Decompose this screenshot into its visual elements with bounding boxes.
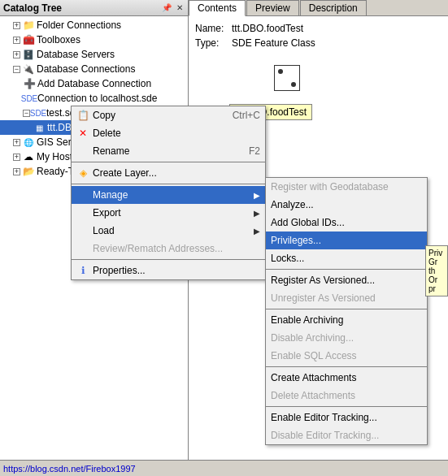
properties-icon: ℹ <box>76 264 89 277</box>
create-layer-label: Create Layer... <box>93 167 260 179</box>
add-global-ids-label: Add Global IDs... <box>271 217 422 228</box>
priv-line5: pr <box>428 284 445 293</box>
expand-icon: + <box>13 51 20 58</box>
manage-label: Manage <box>93 189 254 201</box>
tab-description[interactable]: Description <box>300 0 367 15</box>
menu-item-disable-editor-tracking: Disable Editor Tracking... <box>266 426 427 444</box>
folder-connections-label: Folder Connections <box>37 19 121 31</box>
menu-item-analyze[interactable]: Analyze... <box>266 196 427 214</box>
menu-item-properties[interactable]: ℹ Properties... <box>72 262 265 279</box>
copy-shortcut: Ctrl+C <box>233 110 260 121</box>
type-row: Type: SDE Feature Class <box>195 37 441 49</box>
analyze-label: Analyze... <box>271 199 422 210</box>
feature-icon <box>274 65 300 91</box>
menu-item-rename[interactable]: Rename F2 <box>72 142 265 160</box>
sidebar-item-database-servers[interactable]: + 🗄️ Database Servers <box>0 47 188 62</box>
add-db-connection-label: Add Database Connection <box>37 78 151 89</box>
catalog-tree-title: Catalog Tree <box>3 2 62 14</box>
toolboxes-label: Toolboxes <box>37 34 80 45</box>
menu-item-enable-sql: Enable SQL Access <box>266 347 427 365</box>
tab-preview[interactable]: Preview <box>246 0 299 15</box>
manage-icon <box>76 188 89 201</box>
load-arrow: ▶ <box>254 227 260 236</box>
database-servers-icon: 🗄️ <box>22 48 35 61</box>
load-label: Load <box>93 225 254 236</box>
export-icon <box>76 206 89 219</box>
menu-item-load[interactable]: Load ▶ <box>72 222 265 240</box>
separator2 <box>72 184 265 184</box>
separator-r4 <box>266 406 427 407</box>
export-label: Export <box>93 207 254 219</box>
menu-item-copy[interactable]: 📋 Copy Ctrl+C <box>72 106 265 124</box>
properties-label: Properties... <box>93 265 260 276</box>
sidebar-item-folder-connections[interactable]: + 📁 Folder Connections <box>0 18 188 32</box>
menu-item-register-versioned[interactable]: Register As Versioned... <box>266 271 427 289</box>
separator-r1 <box>266 269 427 270</box>
menu-item-privileges[interactable]: Privileges... <box>266 232 427 249</box>
sidebar-item-toolboxes[interactable]: + 🧰 Toolboxes <box>0 32 188 47</box>
priv-line3: th <box>428 266 445 275</box>
expand-icon: + <box>13 168 20 175</box>
menu-item-disable-archiving: Disable Archiving... <box>266 329 427 347</box>
disable-editor-tracking-label: Disable Editor Tracking... <box>271 430 422 441</box>
separator1 <box>72 162 265 162</box>
menu-item-add-global-ids[interactable]: Add Global IDs... <box>266 214 427 232</box>
menu-item-locks[interactable]: Locks... <box>266 249 427 267</box>
tab-contents[interactable]: Contents <box>189 0 246 16</box>
close-panel-button[interactable]: ✕ <box>175 3 185 12</box>
priv-line4: Or <box>428 275 445 284</box>
create-attachments-label: Create Attachments <box>271 372 422 383</box>
review-label: Review/Rematch Addresses... <box>93 243 260 254</box>
pin-button[interactable]: 📌 <box>160 3 173 12</box>
disable-archiving-label: Disable Archiving... <box>271 332 422 344</box>
menu-item-enable-archiving[interactable]: Enable Archiving <box>266 311 427 329</box>
database-servers-label: Database Servers <box>37 49 115 60</box>
menu-item-delete-attachments: Delete Attachments <box>266 387 427 405</box>
status-bar: https://blog.csdn.net/Firebox1997 <box>0 460 448 476</box>
context-menu-left: 📋 Copy Ctrl+C ✕ Delete Rename F2 ◈ Creat… <box>71 106 266 280</box>
menu-item-export[interactable]: Export ▶ <box>72 204 265 222</box>
load-icon <box>76 224 89 237</box>
name-row: Name: ttt.DBO.foodTest <box>195 23 441 34</box>
context-menu-right: Register with Geodatabase Analyze... Add… <box>265 177 428 445</box>
separator-r2 <box>266 309 427 309</box>
rename-icon <box>76 145 89 158</box>
sidebar-item-database-connections[interactable]: − 🔌 Database Connections <box>0 62 188 76</box>
catalog-tree-header: Catalog Tree 📌 ✕ <box>0 0 188 16</box>
expand-icon: + <box>13 154 20 161</box>
database-connections-icon: 🔌 <box>22 63 35 76</box>
copy-icon: 📋 <box>76 109 89 122</box>
delete-label: Delete <box>93 128 260 139</box>
menu-item-enable-editor-tracking[interactable]: Enable Editor Tracking... <box>266 409 427 426</box>
copy-label: Copy <box>93 110 216 121</box>
gis-icon: 🌐 <box>22 136 35 149</box>
sde-icon2: SDE <box>32 106 45 119</box>
menu-item-delete[interactable]: ✕ Delete <box>72 124 265 142</box>
separator-r3 <box>266 366 427 367</box>
name-value: ttt.DBO.foodTest <box>232 23 303 34</box>
sidebar-item-localhost-sde[interactable]: SDE Connection to localhost.sde <box>0 91 188 106</box>
review-icon <box>76 242 89 255</box>
enable-editor-tracking-label: Enable Editor Tracking... <box>271 412 422 423</box>
menu-item-register-geodatabase: Register with Geodatabase <box>266 178 427 196</box>
hosted-icon: ☁ <box>22 150 35 163</box>
expand-icon: − <box>23 110 30 117</box>
register-versioned-label: Register As Versioned... <box>271 275 422 286</box>
privileges-label: Privileges... <box>271 235 422 246</box>
expand-icon: − <box>13 66 20 73</box>
privileges-tooltip: Priv Gr th Or pr <box>425 245 448 296</box>
unregister-versioned-label: Unregister As Versioned <box>271 292 422 304</box>
manage-arrow: ▶ <box>254 191 260 200</box>
status-url: https://blog.csdn.net/Firebox1997 <box>3 464 136 474</box>
menu-item-create-layer[interactable]: ◈ Create Layer... <box>72 164 265 182</box>
table-icon: ▦ <box>33 121 46 134</box>
toolbox-icon: 🧰 <box>22 33 35 46</box>
expand-icon: + <box>13 37 20 44</box>
sidebar-item-add-db-connection[interactable]: ➕ Add Database Connection <box>0 76 188 91</box>
menu-item-create-attachments[interactable]: Create Attachments <box>266 369 427 387</box>
add-icon: ➕ <box>23 77 36 90</box>
delete-attachments-label: Delete Attachments <box>271 390 422 401</box>
priv-line1: Priv <box>428 249 445 257</box>
sde-icon: SDE <box>23 92 36 105</box>
menu-item-manage[interactable]: Manage ▶ <box>72 186 265 204</box>
